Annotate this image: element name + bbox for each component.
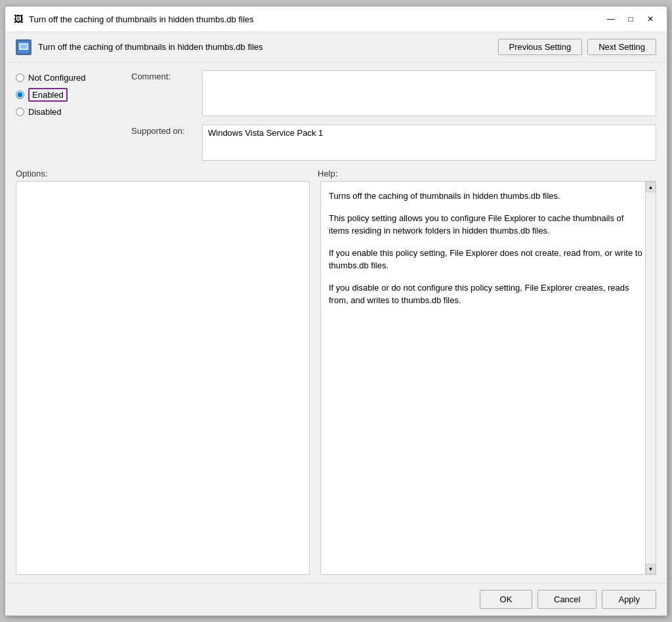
disabled-option[interactable]: Disabled bbox=[16, 107, 121, 117]
enabled-radio[interactable] bbox=[16, 91, 24, 99]
not-configured-label: Not Configured bbox=[28, 73, 85, 83]
maximize-button[interactable]: □ bbox=[622, 12, 639, 26]
radio-group: Not Configured Enabled Disabled bbox=[16, 70, 121, 161]
help-scrollbar[interactable]: ▲ ▼ bbox=[645, 182, 656, 574]
scroll-down-arrow[interactable]: ▼ bbox=[646, 564, 656, 574]
title-bar: 🖼 Turn off the caching of thumbnails in … bbox=[5, 7, 667, 32]
next-setting-button[interactable]: Next Setting bbox=[587, 39, 656, 55]
title-bar-left: 🖼 Turn off the caching of thumbnails in … bbox=[13, 14, 254, 24]
dialog-body: Not Configured Enabled Disabled Comment: bbox=[5, 62, 667, 583]
header-icon bbox=[16, 39, 32, 55]
minimize-button[interactable]: — bbox=[602, 12, 620, 26]
config-section: Not Configured Enabled Disabled Comment: bbox=[16, 70, 656, 161]
apply-button[interactable]: Apply bbox=[602, 590, 656, 609]
scroll-track[interactable] bbox=[646, 192, 656, 564]
dialog-header-left: Turn off the caching of thumbnails in hi… bbox=[16, 39, 263, 55]
comment-input[interactable] bbox=[202, 70, 656, 116]
options-section-label: Options: bbox=[16, 169, 318, 178]
close-button[interactable]: ✕ bbox=[642, 12, 659, 26]
help-para-2: This policy setting allows you to config… bbox=[329, 212, 644, 238]
help-para-3: If you enable this policy setting, File … bbox=[329, 247, 644, 272]
dialog-header: Turn off the caching of thumbnails in hi… bbox=[5, 32, 667, 62]
supported-on-value: Windows Vista Service Pack 1 bbox=[202, 125, 656, 161]
enabled-option[interactable]: Enabled bbox=[16, 88, 121, 102]
ok-button[interactable]: OK bbox=[480, 590, 532, 609]
disabled-label: Disabled bbox=[28, 107, 62, 117]
help-para-4: If you disable or do not configure this … bbox=[329, 281, 644, 307]
main-content: Options: Help: Turns off the caching of … bbox=[16, 169, 656, 575]
header-buttons: Previous Setting Next Setting bbox=[498, 39, 657, 55]
comment-container bbox=[202, 70, 656, 118]
not-configured-radio[interactable] bbox=[16, 73, 24, 82]
previous-setting-button[interactable]: Previous Setting bbox=[498, 39, 583, 55]
disabled-radio[interactable] bbox=[16, 108, 24, 116]
form-fields: Comment: Supported on: Windows Vista Ser… bbox=[131, 70, 656, 161]
options-panel[interactable] bbox=[16, 181, 310, 575]
dialog-footer: OK Cancel Apply bbox=[5, 583, 667, 615]
supported-on-label: Supported on: bbox=[131, 125, 197, 136]
dialog-icon: 🖼 bbox=[13, 14, 24, 24]
svg-rect-2 bbox=[20, 45, 27, 49]
help-panel: Turns off the caching of thumbnails in h… bbox=[320, 181, 656, 575]
supported-field: Windows Vista Service Pack 1 bbox=[202, 125, 656, 161]
comment-row: Comment: bbox=[131, 70, 656, 118]
help-content: Turns off the caching of thumbnails in h… bbox=[321, 182, 656, 574]
enabled-label: Enabled bbox=[28, 88, 68, 102]
sections-labels: Options: Help: bbox=[16, 169, 656, 178]
panels-row: Turns off the caching of thumbnails in h… bbox=[16, 181, 656, 575]
supported-on-row: Supported on: Windows Vista Service Pack… bbox=[131, 125, 656, 161]
not-configured-option[interactable]: Not Configured bbox=[16, 73, 121, 83]
header-title: Turn off the caching of thumbnails in hi… bbox=[38, 42, 263, 52]
cancel-button[interactable]: Cancel bbox=[537, 590, 597, 609]
comment-label: Comment: bbox=[131, 70, 197, 81]
scroll-up-arrow[interactable]: ▲ bbox=[646, 182, 656, 192]
help-para-1: Turns off the caching of thumbnails in h… bbox=[329, 190, 644, 203]
title-bar-controls: — □ ✕ bbox=[602, 12, 659, 26]
policy-dialog: 🖼 Turn off the caching of thumbnails in … bbox=[5, 6, 667, 616]
window-title: Turn off the caching of thumbnails in hi… bbox=[29, 14, 254, 24]
help-section-label: Help: bbox=[318, 169, 656, 178]
